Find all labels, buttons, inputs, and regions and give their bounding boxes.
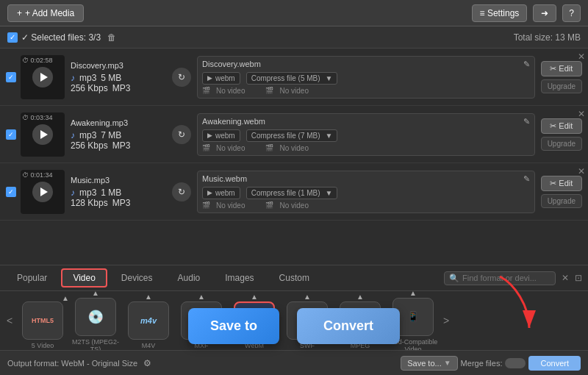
settings-button[interactable]: ≡ Settings	[472, 4, 528, 22]
format-label-bluray: M2TS (MPEG2-TS)	[69, 338, 122, 351]
ipod-device-icon: 📱	[407, 311, 419, 322]
output-name-row-3: Music.webm ✎	[202, 174, 530, 184]
tab-audio[interactable]: Audio	[167, 269, 212, 287]
format-nav-left[interactable]: <	[3, 306, 16, 335]
format-text-1: webm	[215, 74, 235, 82]
file-thumb-3: ⏱ 0:01:34	[21, 170, 65, 214]
rename-icon-1[interactable]: ✎	[523, 60, 530, 69]
selected-label: ✓ Selected files: 3/3	[21, 32, 101, 43]
format-2: mp3	[79, 130, 96, 140]
rename-icon-2[interactable]: ✎	[523, 117, 530, 126]
tab-popular[interactable]: Popular	[6, 269, 58, 287]
clear-search-icon[interactable]: ✕	[562, 273, 569, 283]
play-icon-2	[40, 130, 48, 139]
add-media-label: + Add Media	[25, 8, 74, 18]
format-html5[interactable]: ▲ HTML5 5 Video	[16, 293, 69, 349]
upgrade-button-1[interactable]: Upgrade	[541, 79, 582, 93]
close-file-3[interactable]: ✕	[578, 166, 585, 176]
edit-button-3[interactable]: ✂ Edit	[541, 176, 582, 191]
quality-1: MP3	[112, 83, 131, 93]
convert-bottom-button[interactable]: Convert	[528, 356, 581, 371]
file-info-1: Discovery.mp3 ♪ mp3 5 MB 256 Kbps MP3	[71, 61, 166, 93]
format-3: mp3	[79, 188, 96, 198]
convert-big-button[interactable]: Convert	[297, 308, 400, 344]
duration-1: ⏱ 0:02:58	[22, 57, 53, 64]
tab-custom[interactable]: Custom	[268, 269, 320, 287]
main-content: ✓ ✓ Selected files: 3/3 🗑 Total size: 13…	[0, 26, 588, 375]
help-button[interactable]: ?	[562, 4, 581, 22]
action-btns-3: ✂ Edit Upgrade	[541, 176, 582, 208]
duration-2: ⏱ 0:03:34	[22, 114, 53, 121]
play-btn-3[interactable]	[32, 182, 53, 202]
plus-icon: +	[17, 8, 22, 18]
file-checkbox-2[interactable]: ✓	[6, 129, 16, 140]
compress-badge-2[interactable]: Compress file (7 MB) ▼	[246, 129, 338, 142]
quality-3: MP3	[112, 198, 131, 208]
size-2: 7 MB	[101, 130, 121, 140]
edit-button-2[interactable]: ✂ Edit	[541, 118, 582, 134]
format-icon-m4v: m4v	[128, 301, 169, 340]
play-btn-2[interactable]	[32, 124, 53, 145]
output-format-display: Output format: WebM - Original Size	[7, 359, 137, 368]
compress-badge-3[interactable]: Compress file (1 MB) ▼	[246, 187, 338, 199]
upgrade-button-3[interactable]: Upgrade	[541, 194, 582, 208]
file-name-1: Discovery.mp3	[71, 61, 166, 70]
format-icons-row: < ▲ HTML5 5 Video ▲ 💿 M2TS (MPEG2-TS)	[0, 291, 588, 350]
play-icon-3	[40, 188, 48, 196]
output-section-2: Awakening.webm ✎ ▶ webm Compress file (7…	[197, 113, 535, 156]
add-media-button[interactable]: + + Add Media	[7, 4, 84, 22]
play-btn-1[interactable]	[32, 67, 53, 88]
close-file-1[interactable]: ✕	[578, 51, 585, 62]
top-toolbar: + + Add Media ≡ Settings ➜ ?	[0, 0, 588, 26]
format-bluray[interactable]: ▲ 💿 M2TS (MPEG2-TS)	[69, 291, 122, 350]
compress-dropdown-1[interactable]: ▼	[325, 74, 332, 82]
share-button[interactable]: ➜	[533, 4, 556, 22]
convert-arrow-1[interactable]: ↻	[172, 68, 191, 87]
no-video-2a: No video	[216, 144, 245, 152]
save-to-bottom-area: Save to... ▼ Merge files: Convert	[401, 356, 581, 371]
save-to-big-button[interactable]: Save to	[188, 308, 279, 344]
format-search-box[interactable]: 🔍	[444, 271, 556, 285]
output-format-row-1: ▶ webm Compress file (5 MB) ▼	[202, 72, 530, 85]
output-section-3: Music.webm ✎ ▶ webm Compress file (1 MB)…	[197, 171, 535, 213]
convert-arrow-2[interactable]: ↻	[172, 125, 191, 144]
tab-images[interactable]: Images	[214, 269, 265, 287]
no-video-icon-1b: 🎬	[265, 87, 273, 94]
file-info-2: Awakening.mp3 ♪ mp3 7 MB 256 Kbps MP3	[71, 118, 166, 151]
delete-icon[interactable]: 🗑	[107, 32, 116, 43]
compress-badge-1[interactable]: Compress file (5 MB) ▼	[246, 72, 338, 85]
format-text-2: webm	[215, 132, 235, 140]
no-video-icon-1: 🎬	[202, 87, 210, 94]
format-search-input[interactable]	[462, 274, 551, 282]
file-checkbox-3[interactable]: ✓	[6, 187, 16, 197]
file-checkbox-1[interactable]: ✓	[6, 72, 16, 82]
file-name-3: Music.mp3	[71, 176, 166, 185]
rename-icon-3[interactable]: ✎	[523, 174, 530, 184]
output-section-1: Discovery.webm ✎ ▶ webm Compress file (5…	[197, 56, 535, 99]
settings-gear-icon[interactable]: ⚙	[143, 358, 151, 368]
format-nav-right[interactable]: >	[440, 306, 453, 335]
file-thumb-2: ⏱ 0:03:34	[21, 113, 65, 157]
format-m4v[interactable]: ▲ m4v M4V	[122, 293, 175, 349]
format-text-3: webm	[215, 189, 235, 197]
no-video-2b: No video	[279, 144, 308, 152]
edit-button-1[interactable]: ✂ Edit	[541, 61, 582, 76]
save-to-dropdown[interactable]: Save to... ▼	[401, 356, 457, 371]
bitrate-2: 256 Kbps	[71, 140, 108, 151]
output-video-row-3: 🎬 No video 🎬 No video	[202, 201, 530, 210]
close-file-2[interactable]: ✕	[578, 109, 585, 119]
merge-toggle[interactable]	[505, 358, 526, 368]
select-all-area[interactable]: ✓ ✓ Selected files: 3/3 🗑	[7, 32, 116, 43]
no-video-1a: No video	[216, 87, 245, 95]
file-info-3: Music.mp3 ♪ mp3 1 MB 128 Kbps MP3	[71, 176, 166, 208]
action-btns-2: ✂ Edit Upgrade	[541, 118, 582, 151]
convert-arrow-3[interactable]: ↻	[172, 182, 191, 201]
select-all-checkbox[interactable]: ✓	[7, 32, 18, 43]
play-icon-1	[40, 73, 48, 82]
upgrade-button-2[interactable]: Upgrade	[541, 137, 582, 151]
tab-video[interactable]: Video	[61, 268, 107, 288]
expand-icon[interactable]: ⊡	[575, 273, 582, 283]
format-badge-1: ▶ webm	[202, 72, 240, 85]
tab-devices[interactable]: Devices	[110, 269, 164, 287]
no-video-3a: No video	[216, 201, 245, 210]
